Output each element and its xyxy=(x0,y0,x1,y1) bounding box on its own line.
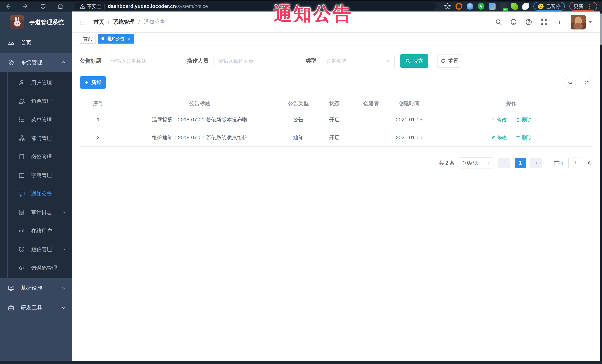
pencil-icon xyxy=(491,117,495,122)
sidebar-item-audit-log[interactable]: 审计日志 xyxy=(0,203,72,222)
address-bar[interactable]: 不安全 dashboard.yudao.iocoder.cn/system/no… xyxy=(75,2,436,10)
cell-created-at: 2021-01-05 xyxy=(388,111,430,129)
browser-scrollbar[interactable] xyxy=(600,11,602,364)
reload-icon[interactable] xyxy=(40,3,46,10)
sidebar: 芋道管理系统 首页 系统管理 用户管理 角色管理 菜单管理 部门管理 岗位管理 xyxy=(0,11,72,361)
bookmark-star-icon[interactable] xyxy=(444,3,451,10)
browser-menu-icon[interactable]: ⋮ xyxy=(587,4,593,8)
browser-update-button[interactable]: 更新 ⋮ xyxy=(569,2,597,11)
goto-label: 前往 xyxy=(554,160,564,166)
sidebar-item-error-codes[interactable]: 错误码管理 xyxy=(0,259,72,277)
cell-status: 开启 xyxy=(314,111,355,129)
chevron-down-icon xyxy=(62,247,66,252)
add-button[interactable]: 新增 xyxy=(80,76,106,89)
goto-page-input[interactable] xyxy=(569,157,583,168)
forward-icon[interactable] xyxy=(22,3,29,10)
type-select[interactable]: 公告类型 xyxy=(321,54,395,68)
edit-button[interactable]: 修改 xyxy=(491,116,507,123)
paused-extension-chip[interactable]: 已暂停 xyxy=(533,2,565,11)
sidebar-item-system[interactable]: 系统管理 xyxy=(0,53,72,72)
sidebar-item-roles[interactable]: 角色管理 xyxy=(0,92,72,110)
sidebar-item-notice[interactable]: 通知公告 xyxy=(0,185,72,203)
trash-icon xyxy=(516,135,520,140)
refresh-table-button[interactable] xyxy=(581,77,592,88)
col-status: 状态 xyxy=(314,96,355,111)
extension-vue-devtools-icon[interactable]: V xyxy=(478,3,484,10)
cell-index: 2 xyxy=(80,129,117,146)
breadcrumb-system[interactable]: 系统管理 xyxy=(113,18,135,26)
page-content: 公告标题 操作人员 类型 公告类型 搜索 重置 新增 xyxy=(72,45,600,168)
reset-button[interactable]: 重置 xyxy=(437,54,462,68)
cell-type: 公告 xyxy=(283,111,314,129)
col-created-at: 创建时间 xyxy=(388,96,430,111)
breadcrumb-home[interactable]: 首页 xyxy=(94,18,104,26)
refresh-icon xyxy=(584,80,589,85)
sidebar-item-label: 系统管理 xyxy=(21,59,42,66)
sidebar-item-home[interactable]: 首页 xyxy=(0,33,72,53)
chevron-up-icon xyxy=(61,60,66,65)
github-icon[interactable] xyxy=(510,19,517,26)
operator-label: 操作人员 xyxy=(187,57,208,65)
home-icon[interactable] xyxy=(57,3,64,10)
badge-icon xyxy=(19,154,25,160)
notice-title-label: 公告标题 xyxy=(80,57,101,65)
scrollbar-thumb[interactable] xyxy=(600,13,602,45)
sidebar-item-menus[interactable]: 菜单管理 xyxy=(0,110,72,129)
sidebar-item-sms[interactable]: 短信管理 xyxy=(0,240,72,259)
sidebar-item-dev-tools[interactable]: 研发工具 xyxy=(0,298,72,318)
delete-button[interactable]: 删除 xyxy=(516,134,532,141)
hamburger-icon[interactable] xyxy=(79,19,86,26)
page-number-current[interactable]: 1 xyxy=(515,158,526,168)
col-actions: 操作 xyxy=(430,96,592,111)
sidebar-item-infrastructure[interactable]: 基础设施 xyxy=(0,278,72,298)
sidebar-item-users[interactable]: 用户管理 xyxy=(0,73,72,92)
page-unit-label: 页 xyxy=(587,160,592,166)
delete-button[interactable]: 删除 xyxy=(516,116,532,123)
close-icon[interactable]: × xyxy=(128,36,130,41)
dashboard-icon xyxy=(8,40,14,46)
col-type: 公告类型 xyxy=(283,96,314,111)
search-form: 公告标题 操作人员 类型 公告类型 搜索 重置 xyxy=(80,54,592,68)
extension-white-flower-icon[interactable] xyxy=(522,3,529,10)
app-logo-row[interactable]: 芋道管理系统 xyxy=(0,11,72,33)
gear-icon xyxy=(8,59,14,66)
sidebar-item-label: 岗位管理 xyxy=(31,153,52,160)
toggle-search-button[interactable] xyxy=(565,77,576,88)
extension-blue-drop-icon[interactable] xyxy=(467,3,473,10)
tab-notice[interactable]: 通知公告 × xyxy=(98,34,134,43)
font-size-icon[interactable]: tT xyxy=(555,19,563,25)
notice-title-input[interactable] xyxy=(106,54,177,68)
sidebar-item-label: 基础设施 xyxy=(21,284,42,292)
back-icon[interactable] xyxy=(5,3,11,10)
total-count: 共 2 条 xyxy=(439,160,455,166)
search-button[interactable]: 搜索 xyxy=(400,54,428,68)
extension-green-leaf-icon[interactable] xyxy=(511,3,518,10)
col-title: 公告标题 xyxy=(117,96,283,111)
edit-button[interactable]: 修改 xyxy=(491,134,507,141)
page-size-select[interactable]: 10条/页 xyxy=(459,157,494,168)
divider xyxy=(104,4,105,9)
extension-blue-diamond-icon[interactable] xyxy=(489,3,495,10)
notice-table: 序号 公告标题 公告类型 状态 创建者 创建时间 操作 1 温馨提醒：2018-… xyxy=(80,96,592,146)
next-page-button[interactable] xyxy=(530,158,542,168)
header-actions: tT xyxy=(495,15,592,30)
extension-switcher-icon[interactable]: on xyxy=(500,3,507,10)
extension-orange-icon[interactable] xyxy=(455,3,462,10)
table-row: 1 温馨提醒：2018-07-01 若依新版本发布啦 公告 开启 2021-01… xyxy=(80,111,592,129)
operator-input[interactable] xyxy=(213,54,284,68)
annotation-overlay: 通知公告 xyxy=(274,1,352,27)
sidebar-item-posts[interactable]: 岗位管理 xyxy=(0,147,72,166)
not-secure-warning[interactable]: 不安全 xyxy=(80,3,101,10)
tab-home[interactable]: 首页 xyxy=(80,34,96,43)
monitor-chart-icon xyxy=(8,285,14,291)
search-icon[interactable] xyxy=(495,19,502,25)
prev-page-button[interactable] xyxy=(498,158,510,168)
sidebar-item-dict[interactable]: 字典管理 xyxy=(0,166,72,185)
fullscreen-icon[interactable] xyxy=(540,19,547,25)
sidebar-item-label: 菜单管理 xyxy=(31,116,52,123)
sidebar-item-departments[interactable]: 部门管理 xyxy=(0,129,72,147)
sidebar-item-label: 研发工具 xyxy=(21,304,42,312)
user-menu[interactable] xyxy=(571,15,592,30)
sidebar-item-online-users[interactable]: 在线用户 xyxy=(0,222,72,240)
question-icon[interactable] xyxy=(525,19,532,26)
